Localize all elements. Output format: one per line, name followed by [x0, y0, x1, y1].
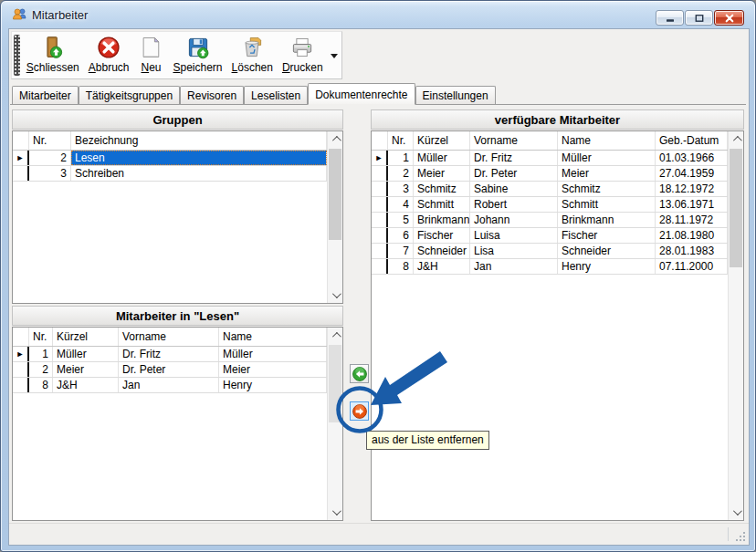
add-to-list-button[interactable]	[350, 364, 369, 383]
table-row[interactable]: 2 Meier Dr. Peter Meier 27.04.1959	[372, 166, 728, 182]
resize-grip[interactable]	[745, 541, 747, 543]
available-grid[interactable]: Nr. Kürzel Vorname Name Geb.-Datum ► 1 M…	[371, 130, 744, 521]
cell-nr[interactable]: 5	[388, 213, 414, 227]
column-header-nr[interactable]: Nr.	[29, 328, 53, 346]
cell-kuerzel[interactable]: Müller	[53, 347, 119, 361]
table-row[interactable]: 3 Schmitz Sabine Schmitz 18.12.1972	[372, 182, 728, 197]
cell-name[interactable]: Müller	[558, 151, 656, 165]
cell-kuerzel[interactable]: Brinkmann	[414, 213, 470, 227]
cell-kuerzel[interactable]: Meier	[53, 362, 119, 377]
toolbar-schliessen-button[interactable]: Schliessen	[22, 32, 84, 78]
toolbar-neu-button[interactable]: Neu	[133, 32, 168, 78]
cell-geb-datum[interactable]: 18.12.1972	[656, 182, 728, 196]
column-header-vorname[interactable]: Vorname	[470, 131, 558, 150]
cell-kuerzel[interactable]: Schmitt	[414, 197, 470, 212]
cell-nr[interactable]: 3	[29, 166, 71, 181]
cell-bezeichnung[interactable]: Schreiben	[71, 166, 327, 181]
table-row[interactable]: ► 1 Müller Dr. Fritz Müller	[13, 347, 327, 362]
cell-nr[interactable]: 3	[388, 182, 414, 196]
tab-t-tigkeitsgruppen[interactable]: Tätigkeitsgruppen	[79, 86, 180, 104]
toolbar-grip-handle[interactable]	[14, 35, 20, 76]
scroll-down-button[interactable]	[328, 505, 342, 520]
column-header-vorname[interactable]: Vorname	[119, 328, 219, 346]
cell-vorname[interactable]: Sabine	[470, 182, 558, 196]
table-row[interactable]: 5 Brinkmann Johann Brinkmann 28.11.1972	[372, 213, 728, 228]
members-scrollbar[interactable]	[327, 328, 342, 520]
cell-nr[interactable]: 2	[29, 362, 53, 377]
table-row[interactable]: 7 Schneider Lisa Schneider 28.01.1983	[372, 244, 728, 259]
toolbar-l-schen-button[interactable]: Löschen	[227, 32, 278, 78]
cell-name[interactable]: Henry	[219, 378, 327, 392]
cell-name[interactable]: Müller	[219, 347, 327, 361]
members-grid[interactable]: Nr. Kürzel Vorname Name ► 1 Müller Dr. F…	[12, 327, 343, 521]
table-row[interactable]: 2 Meier Dr. Peter Meier	[13, 362, 327, 378]
cell-kuerzel[interactable]: Müller	[414, 151, 470, 165]
cell-name[interactable]: Henry	[558, 259, 656, 274]
close-button[interactable]	[714, 10, 744, 26]
cell-vorname[interactable]: Luisa	[470, 228, 558, 243]
cell-vorname[interactable]: Johann	[470, 213, 558, 227]
cell-name[interactable]: Brinkmann	[558, 213, 656, 227]
cell-vorname[interactable]: Dr. Fritz	[119, 347, 219, 361]
tab-leselisten[interactable]: Leselisten	[244, 86, 308, 104]
cell-nr[interactable]: 8	[388, 259, 414, 274]
cell-nr[interactable]: 2	[388, 166, 414, 181]
cell-vorname[interactable]: Jan	[119, 378, 219, 392]
cell-nr[interactable]: 8	[29, 378, 53, 392]
cell-name[interactable]: Meier	[558, 166, 656, 181]
cell-nr[interactable]: 7	[388, 244, 414, 258]
cell-geb-datum[interactable]: 28.11.1972	[656, 213, 728, 227]
column-header-kuerzel[interactable]: Kürzel	[53, 328, 119, 346]
cell-geb-datum[interactable]: 01.03.1966	[656, 151, 728, 165]
cell-nr[interactable]: 2	[29, 151, 71, 165]
cell-name[interactable]: Meier	[219, 362, 327, 377]
cell-kuerzel[interactable]: Schneider	[414, 244, 470, 258]
scroll-down-button[interactable]	[729, 505, 743, 520]
column-header-nr[interactable]: Nr.	[388, 131, 414, 150]
scrollbar-thumb[interactable]	[730, 149, 742, 267]
cell-vorname[interactable]: Dr. Peter	[119, 362, 219, 377]
column-header-bezeichnung[interactable]: Bezeichnung	[71, 131, 327, 150]
title-bar[interactable]: Mitarbeiter	[1, 1, 755, 28]
minimize-button[interactable]	[656, 10, 684, 26]
table-row[interactable]: ► 1 Müller Dr. Fritz Müller 01.03.1966	[372, 151, 728, 166]
scrollbar-thumb[interactable]	[329, 149, 341, 240]
table-row[interactable]: ► 2 Lesen	[13, 151, 327, 166]
column-header-name[interactable]: Name	[558, 131, 656, 150]
scroll-up-button[interactable]	[328, 328, 342, 343]
table-row[interactable]: 8 J&H Jan Henry 07.11.2000	[372, 259, 728, 275]
remove-from-list-button[interactable]	[350, 401, 369, 421]
cell-nr[interactable]: 6	[388, 228, 414, 243]
table-row[interactable]: 3 Schreiben	[13, 166, 327, 182]
available-scrollbar[interactable]	[728, 131, 743, 520]
print-options-dropdown-button[interactable]	[328, 32, 341, 78]
cell-geb-datum[interactable]: 13.06.1971	[656, 197, 728, 212]
cell-nr[interactable]: 1	[29, 347, 53, 361]
tab-revisoren[interactable]: Revisoren	[180, 86, 244, 104]
groups-scrollbar[interactable]	[327, 131, 342, 303]
cell-geb-datum[interactable]: 07.11.2000	[656, 259, 728, 274]
cell-bezeichnung[interactable]: Lesen	[71, 151, 327, 165]
cell-name[interactable]: Schmitt	[558, 197, 656, 212]
tab-mitarbeiter[interactable]: Mitarbeiter	[12, 86, 79, 104]
cell-name[interactable]: Fischer	[558, 228, 656, 243]
toolbar-abbruch-button[interactable]: Abbruch	[84, 32, 134, 78]
table-row[interactable]: 4 Schmitt Robert Schmitt 13.06.1971	[372, 197, 728, 213]
cell-kuerzel[interactable]: Meier	[414, 166, 470, 181]
tab-dokumentenrechte[interactable]: Dokumentenrechte	[308, 83, 415, 105]
cell-name[interactable]: Schneider	[558, 244, 656, 258]
cell-nr[interactable]: 4	[388, 197, 414, 212]
scroll-down-button[interactable]	[328, 287, 342, 303]
cell-vorname[interactable]: Dr. Peter	[470, 166, 558, 181]
column-header-name[interactable]: Name	[219, 328, 327, 346]
toolbar-speichern-button[interactable]: Speichern	[168, 32, 226, 78]
cell-kuerzel[interactable]: J&H	[414, 259, 470, 274]
column-header-geb-datum[interactable]: Geb.-Datum	[656, 131, 728, 150]
groups-grid[interactable]: Nr. Bezeichnung ► 2 Lesen 3 Schreiben	[12, 130, 343, 304]
scrollbar-thumb[interactable]	[329, 345, 341, 422]
cell-kuerzel[interactable]: J&H	[53, 378, 119, 392]
maximize-button[interactable]	[685, 10, 713, 26]
cell-nr[interactable]: 1	[388, 151, 414, 165]
column-header-kuerzel[interactable]: Kürzel	[414, 131, 470, 150]
table-row[interactable]: 6 Fischer Luisa Fischer 21.08.1980	[372, 228, 728, 244]
